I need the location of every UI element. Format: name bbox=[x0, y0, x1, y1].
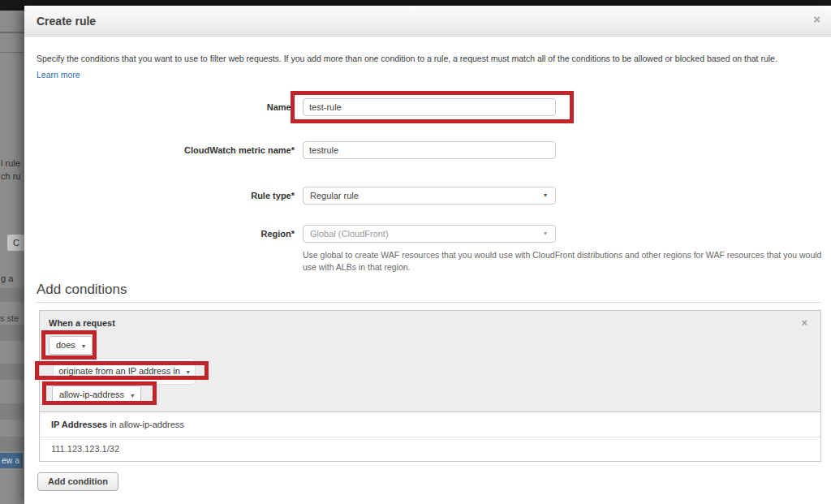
negation-dropdown[interactable]: does ▾ bbox=[49, 336, 93, 355]
caret-down-icon: ▾ bbox=[187, 368, 190, 376]
background-row bbox=[0, 403, 24, 420]
name-input[interactable] bbox=[303, 98, 556, 116]
background-row bbox=[0, 437, 24, 451]
close-icon[interactable]: × bbox=[813, 13, 820, 25]
background-row bbox=[0, 364, 24, 380]
match-type-dropdown-value: originate from an IP address in bbox=[58, 366, 180, 376]
background-text-fragment: g a bbox=[1, 274, 13, 283]
modal-header: Create rule × bbox=[24, 6, 831, 37]
match-type-dropdown[interactable]: originate from an IP address in ▾ bbox=[53, 358, 196, 385]
region-label: Region* bbox=[92, 225, 295, 243]
background-text-fragment: l rule bbox=[1, 158, 20, 168]
background-button-fragment: C bbox=[6, 234, 26, 252]
section-divider bbox=[37, 302, 821, 303]
caret-down-icon: ▾ bbox=[131, 392, 134, 399]
ip-table-row: 111.123.123.1/32 bbox=[40, 437, 820, 461]
metric-input[interactable] bbox=[303, 141, 556, 159]
learn-more-link[interactable]: Learn more bbox=[37, 70, 80, 80]
modal-title: Create rule bbox=[37, 15, 96, 28]
caret-down-icon: ▾ bbox=[544, 226, 547, 242]
ip-table-header-title: IP Addresses bbox=[51, 420, 107, 429]
region-selected-value: Global (CloudFront) bbox=[310, 229, 389, 239]
caret-down-icon: ▾ bbox=[82, 342, 85, 350]
region-help-line2: use with ALBs in that region. bbox=[303, 262, 411, 272]
ip-address-table: IP Addresses in allow-ip-address 111.123… bbox=[40, 411, 820, 461]
rule-type-selected-value: Regular rule bbox=[310, 191, 359, 200]
create-rule-modal: Create rule × Specify the conditions tha… bbox=[24, 6, 831, 504]
negation-dropdown-value: does bbox=[56, 340, 75, 350]
region-help-line1: Use global to create WAF resources that … bbox=[303, 250, 821, 260]
ip-table-header: IP Addresses in allow-ip-address bbox=[40, 412, 820, 437]
condition-panel: When a request × does ▾ originate from a… bbox=[39, 310, 821, 462]
name-label: Name* bbox=[92, 98, 295, 116]
condition-panel-title: When a request bbox=[49, 318, 115, 328]
add-conditions-heading: Add conditions bbox=[37, 282, 127, 298]
background-divider bbox=[0, 52, 24, 53]
condition-close-icon[interactable]: × bbox=[801, 317, 807, 329]
ip-table-header-subtitle: in allow-ip-address bbox=[107, 420, 184, 429]
value-dropdown-value: allow-ip-address bbox=[59, 390, 124, 399]
background-text-fragment: s ste bbox=[0, 313, 19, 323]
rule-type-label: Rule type* bbox=[92, 187, 295, 205]
background-row bbox=[0, 325, 24, 341]
caret-down-icon: ▾ bbox=[544, 187, 547, 204]
modal-description: Specify the conditions that you want to … bbox=[37, 54, 777, 63]
add-condition-button[interactable]: Add condition bbox=[37, 472, 118, 491]
rule-type-select[interactable]: Regular rule ▾ bbox=[303, 187, 556, 205]
metric-label: CloudWatch metric name* bbox=[92, 141, 295, 159]
background-text-fragment: ch ru bbox=[1, 171, 20, 181]
background-divider bbox=[0, 32, 24, 33]
value-dropdown[interactable]: allow-ip-address ▾ bbox=[52, 386, 141, 404]
region-select[interactable]: Global (CloudFront) ▾ bbox=[303, 225, 556, 243]
background-review-button-fragment: ew a bbox=[0, 453, 23, 468]
background-row bbox=[0, 288, 24, 302]
